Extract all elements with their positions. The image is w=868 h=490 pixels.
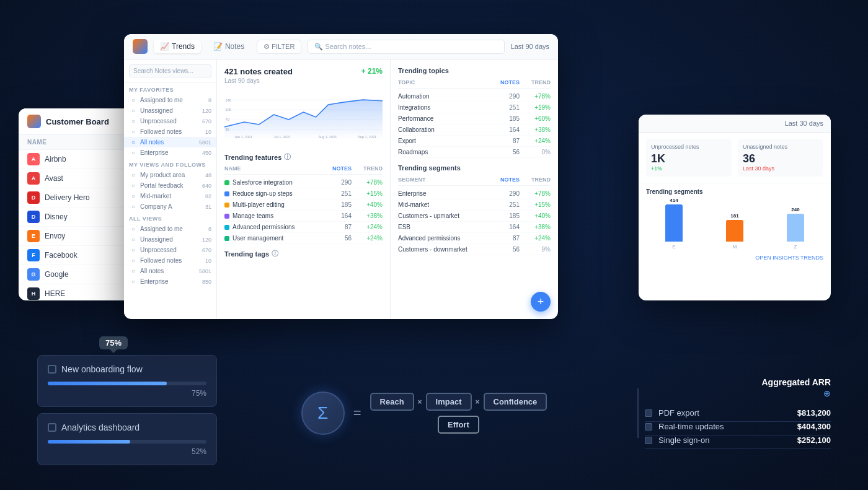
sidebar-item[interactable]: ○ Unprocessed 670 <box>124 245 216 255</box>
search-box[interactable]: 🔍 Search notes... <box>308 40 504 54</box>
sidebar-item-label: Unprocessed <box>140 118 200 125</box>
progress-tooltip: 75% <box>99 336 128 349</box>
topic-row[interactable]: Collaboration 164 +38% <box>398 125 551 136</box>
feature-dot <box>224 180 229 185</box>
feature-dot <box>224 225 229 230</box>
sidebar-item-label: Followed notes <box>140 128 203 135</box>
sidebar-item[interactable]: ○ All notes 5801 <box>124 266 216 276</box>
progress-item[interactable]: Analytics dashboard 52% <box>37 413 217 465</box>
tab-trends[interactable]: 📈 Trends <box>154 40 201 53</box>
sidebar-item[interactable]: ○ Followed notes 10 <box>124 126 216 137</box>
sidebar-item[interactable]: ○ All notes 5801 <box>124 137 216 147</box>
svg-text:35: 35 <box>226 128 229 131</box>
sidebar-item[interactable]: ○ Enterprise 450 <box>124 147 216 158</box>
sidebar-item[interactable]: ○ Portal feedback 640 <box>124 180 216 191</box>
feature-row[interactable]: User management 56 +24% <box>224 233 383 244</box>
right-metrics-window: Last 30 days Unprocessed notes 1K +1% Un… <box>639 115 831 300</box>
bar <box>726 220 743 242</box>
sidebar-item-count: 120 <box>202 108 211 114</box>
open-insights-link[interactable]: OPEN INSIGHTS TRENDS <box>646 255 823 261</box>
sidebar-item[interactable]: ○ My product area 48 <box>124 170 216 180</box>
topic-row[interactable]: ESB 164 +38% <box>398 222 551 233</box>
topic-notes: 185 <box>495 115 520 122</box>
progress-bar-fill <box>48 440 130 444</box>
feature-dot <box>224 203 229 208</box>
sidebar-item[interactable]: ○ Mid-market 82 <box>124 191 216 201</box>
equals-sign: = <box>353 405 361 421</box>
topic-row[interactable]: Roadmaps 56 0% <box>398 147 551 158</box>
unassigned-card: Unassigned notes 36 Last 30 days <box>738 139 823 177</box>
topics-table-header: TOPIC NOTES TREND <box>398 79 551 89</box>
sidebar-item-icon: ○ <box>129 247 138 253</box>
topic-row[interactable]: Integrations 251 +19% <box>398 102 551 113</box>
svg-text:Jul 1, 2021: Jul 1, 2021 <box>274 135 291 139</box>
feature-notes: 251 <box>327 190 352 197</box>
sidebar-item[interactable]: ○ Unassigned 120 <box>124 234 216 245</box>
sidebar-item-icon: ○ <box>129 203 138 210</box>
features-table-header: NAME NOTES TREND <box>224 165 383 175</box>
topic-name: Customers - upmarket <box>398 212 495 219</box>
filter-button[interactable]: ⚙ FILTER <box>257 40 301 54</box>
trending-tags-title: Trending tags ⓘ <box>224 249 383 258</box>
sidebar-item-label: All notes <box>140 268 197 274</box>
progress-checkbox[interactable] <box>48 365 56 374</box>
feature-name: Advanced permissions <box>232 224 327 230</box>
sidebar-item-count: 850 <box>202 279 211 285</box>
sidebar-item-count: 670 <box>202 118 211 125</box>
sidebar-item-label: Unassigned <box>140 107 200 114</box>
bar <box>787 214 804 242</box>
topic-trend: +24% <box>520 138 551 144</box>
feature-row[interactable]: Manage teams 164 +38% <box>224 211 383 222</box>
bar-label: Z <box>794 244 797 250</box>
svg-text:140: 140 <box>226 98 231 102</box>
sidebar-item-count: 5801 <box>199 139 211 146</box>
sidebar-item-icon: ○ <box>129 139 138 146</box>
main-content: + 21% 421 notes created Last 90 days <box>217 59 558 318</box>
topic-trend: +78% <box>520 93 551 100</box>
feature-row[interactable]: Salesforce integration 290 +78% <box>224 177 383 188</box>
topic-row[interactable]: Export 87 +24% <box>398 136 551 147</box>
bar-label: E <box>672 244 675 250</box>
progress-pct: 75% <box>48 389 206 398</box>
add-button[interactable]: + <box>531 292 551 312</box>
chart-trend: + 21% <box>361 67 383 76</box>
unprocessed-card: Unprocessed notes 1K +1% <box>646 139 732 177</box>
topic-row[interactable]: Customers - upmarket 185 +40% <box>398 211 551 222</box>
bottom-section: 75% New onboarding flow 75% Analytics da… <box>37 355 831 471</box>
segments-table-body: Enterprise 290 +78% Mid-market 251 +15% … <box>398 188 551 255</box>
sidebar-item[interactable]: ○ Company A 31 <box>124 201 216 212</box>
feature-row[interactable]: Reduce sign-up steps 251 +15% <box>224 188 383 199</box>
tab-notes[interactable]: 📝 Notes <box>207 40 250 53</box>
right-last-days: Last 30 days <box>785 120 823 127</box>
topic-trend: +19% <box>520 104 551 111</box>
sidebar-views: ○ My product area 48 ○ Portal feedback 6… <box>124 170 216 212</box>
sidebar-item-count: 10 <box>205 129 211 135</box>
topic-trend: +38% <box>520 224 551 230</box>
chart-subtitle: Last 90 days <box>224 77 383 84</box>
sidebar-item[interactable]: ○ Enterprise 850 <box>124 276 216 287</box>
sidebar-item[interactable]: ○ Assigned to me 8 <box>124 95 216 105</box>
sidebar-item[interactable]: ○ Followed notes 10 <box>124 255 216 266</box>
topic-row[interactable]: Automation 290 +78% <box>398 91 551 102</box>
sidebar-item-label: Assigned to me <box>140 225 206 232</box>
feature-row[interactable]: Advanced permissions 87 +24% <box>224 222 383 233</box>
sidebar-item[interactable]: ○ Unprocessed 670 <box>124 116 216 126</box>
topic-row[interactable]: Customers - downmarket 56 9% <box>398 244 551 255</box>
svg-text:Sep 1, 2021: Sep 1, 2021 <box>358 135 376 139</box>
topic-row[interactable]: Performance 185 +60% <box>398 113 551 125</box>
sidebar-item[interactable]: ○ Unassigned 120 <box>124 105 216 116</box>
sidebar-search-placeholder: Search Notes views... <box>133 68 193 74</box>
sidebar-search-input[interactable]: Search Notes views... <box>129 64 211 77</box>
topic-row[interactable]: Mid-market 251 +15% <box>398 199 551 211</box>
sidebar-item-count: 10 <box>205 258 211 264</box>
topic-notes: 56 <box>495 246 520 253</box>
topic-row[interactable]: Enterprise 290 +78% <box>398 188 551 199</box>
topic-row[interactable]: Advanced permissions 87 +24% <box>398 233 551 244</box>
arr-section-wrapper: Aggregated ARR ⊕ PDF export $813,200 Rea… <box>631 377 831 449</box>
progress-checkbox[interactable] <box>48 423 56 432</box>
feature-row[interactable]: Multi-player editing 185 +40% <box>224 199 383 211</box>
arr-row: Single sign-on $252,100 <box>645 435 831 449</box>
sidebar-item[interactable]: ○ Assigned to me 8 <box>124 224 216 234</box>
sidebar-item-icon: ○ <box>129 118 138 125</box>
progress-item[interactable]: New onboarding flow 75% <box>37 355 217 407</box>
